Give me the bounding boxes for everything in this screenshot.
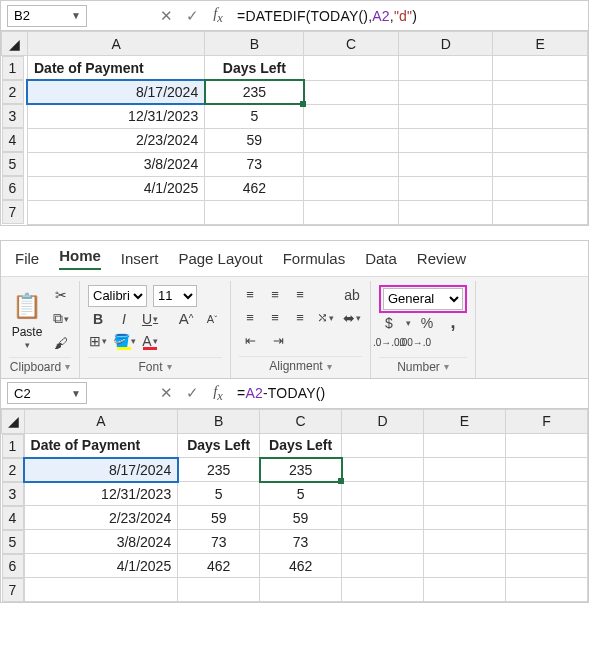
enter-icon[interactable]: ✓ <box>179 7 205 25</box>
row2-1[interactable]: 1 <box>2 434 24 458</box>
cell-D3[interactable] <box>398 104 493 128</box>
cell-C1[interactable] <box>304 56 399 81</box>
cell2-D1[interactable] <box>342 433 424 458</box>
comma-icon[interactable]: , <box>443 313 463 333</box>
row2-3[interactable]: 3 <box>2 482 24 506</box>
row-1[interactable]: 1 <box>2 56 24 80</box>
cell2-B3[interactable]: 5 <box>178 482 260 506</box>
col2-A[interactable]: A <box>24 409 178 433</box>
number-format-select[interactable]: General <box>383 288 463 310</box>
cell-E5[interactable] <box>493 152 588 176</box>
tab-formulas[interactable]: Formulas <box>283 250 346 267</box>
font-name-select[interactable]: Calibri <box>88 285 147 307</box>
align-top-icon[interactable]: ≡ <box>239 286 261 304</box>
underline-button[interactable]: U▾ <box>140 309 160 329</box>
decrease-indent-icon[interactable]: ⇤ <box>239 331 261 349</box>
increase-decimal-icon[interactable]: .0→.00 <box>379 333 399 353</box>
row2-5[interactable]: 5 <box>2 530 24 554</box>
cell-D1[interactable] <box>398 56 493 81</box>
cell2-A1[interactable]: Date of Payment <box>24 433 178 458</box>
formula-input[interactable]: =DATEDIF(TODAY(),A2,"d") <box>231 8 588 24</box>
decrease-decimal-icon[interactable]: .00→.0 <box>405 333 425 353</box>
fx-icon[interactable]: fx <box>205 5 231 26</box>
cell-D4[interactable] <box>398 128 493 152</box>
col-B[interactable]: B <box>205 32 304 56</box>
currency-icon[interactable]: $ <box>379 313 399 333</box>
paste-label[interactable]: Paste <box>12 325 43 339</box>
cell2-E1[interactable] <box>424 433 506 458</box>
align-middle-icon[interactable]: ≡ <box>264 286 286 304</box>
cell2-D6[interactable] <box>342 554 424 578</box>
cell2-B4[interactable]: 59 <box>178 506 260 530</box>
bold-button[interactable]: B <box>88 309 108 329</box>
cell-A1[interactable]: Date of Payment <box>27 56 204 81</box>
formula-input-2[interactable]: =A2-TODAY() <box>231 385 588 401</box>
cell2-E5[interactable] <box>424 530 506 554</box>
cell2-D7[interactable] <box>342 578 424 602</box>
cell2-D4[interactable] <box>342 506 424 530</box>
cell-A6[interactable]: 4/1/2025 <box>27 176 204 200</box>
cell-E3[interactable] <box>493 104 588 128</box>
cell2-F2[interactable] <box>506 458 588 482</box>
cell2-E2[interactable] <box>424 458 506 482</box>
name-box-input-2[interactable] <box>8 384 68 403</box>
cell-D7[interactable] <box>398 200 493 224</box>
select-all-corner-2[interactable]: ◢ <box>2 409 25 433</box>
paste-icon[interactable]: 📋 <box>9 288 45 324</box>
fill-handle[interactable] <box>300 101 306 107</box>
cell2-E3[interactable] <box>424 482 506 506</box>
cell-E1[interactable] <box>493 56 588 81</box>
cell-C7[interactable] <box>304 200 399 224</box>
cell2-A4[interactable]: 2/23/2024 <box>24 506 178 530</box>
cell2-C3[interactable]: 5 <box>260 482 342 506</box>
cut-icon[interactable]: ✂ <box>51 285 71 305</box>
cell-D2[interactable] <box>398 80 493 104</box>
tab-home[interactable]: Home <box>59 247 101 270</box>
font-dialog-icon[interactable]: ▾ <box>167 361 172 372</box>
name-box[interactable]: ▼ <box>7 5 87 27</box>
cell2-B6[interactable]: 462 <box>178 554 260 578</box>
cell2-D5[interactable] <box>342 530 424 554</box>
cell-E4[interactable] <box>493 128 588 152</box>
cancel-icon[interactable]: ✕ <box>153 7 179 25</box>
clipboard-dialog-icon[interactable]: ▾ <box>65 361 70 372</box>
name-box-2[interactable]: ▼ <box>7 382 87 404</box>
cell2-D3[interactable] <box>342 482 424 506</box>
tab-insert[interactable]: Insert <box>121 250 159 267</box>
cell-E7[interactable] <box>493 200 588 224</box>
paste-dropdown-icon[interactable]: ▾ <box>25 340 30 350</box>
orientation-icon[interactable]: ⤭▾ <box>314 309 336 327</box>
cell-D6[interactable] <box>398 176 493 200</box>
col2-F[interactable]: F <box>506 409 588 433</box>
font-size-select[interactable]: 11 <box>153 285 197 307</box>
cell2-F5[interactable] <box>506 530 588 554</box>
align-center-icon[interactable]: ≡ <box>264 309 286 327</box>
cell2-B7[interactable] <box>178 578 260 602</box>
cell-B3[interactable]: 5 <box>205 104 304 128</box>
cell2-F3[interactable] <box>506 482 588 506</box>
cell-C6[interactable] <box>304 176 399 200</box>
cell-B4[interactable]: 59 <box>205 128 304 152</box>
currency-dropdown-icon[interactable]: ▾ <box>406 318 411 328</box>
cell2-F1[interactable] <box>506 433 588 458</box>
col2-E[interactable]: E <box>424 409 506 433</box>
borders-icon[interactable]: ⊞▾ <box>88 331 108 351</box>
grid[interactable]: ◢ A B C D E 1 Date of Payment Days Left … <box>1 31 588 225</box>
percent-icon[interactable]: % <box>417 313 437 333</box>
cell2-B5[interactable]: 73 <box>178 530 260 554</box>
enter-icon-2[interactable]: ✓ <box>179 384 205 402</box>
cell2-F6[interactable] <box>506 554 588 578</box>
row-6[interactable]: 6 <box>2 176 24 200</box>
cell-B6[interactable]: 462 <box>205 176 304 200</box>
cell2-B2[interactable]: 235 <box>178 458 260 482</box>
cell2-E4[interactable] <box>424 506 506 530</box>
cell2-E7[interactable] <box>424 578 506 602</box>
col-D[interactable]: D <box>398 32 493 56</box>
cell2-B1[interactable]: Days Left <box>178 433 260 458</box>
merge-center-icon[interactable]: ⬌▾ <box>342 308 362 328</box>
row2-7[interactable]: 7 <box>2 578 24 602</box>
copy-icon[interactable]: ⧉▾ <box>51 309 71 329</box>
number-dialog-icon[interactable]: ▾ <box>444 361 449 372</box>
col2-C[interactable]: C <box>260 409 342 433</box>
cell2-C6[interactable]: 462 <box>260 554 342 578</box>
